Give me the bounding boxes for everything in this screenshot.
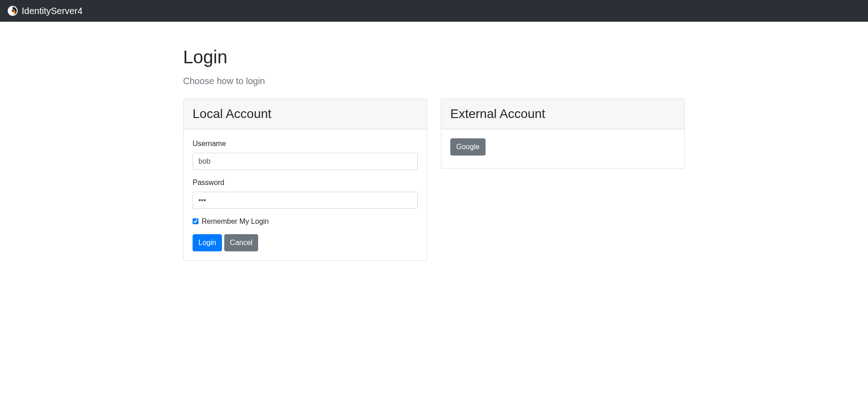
navbar-brand-link[interactable]: IdentityServer4 — [7, 4, 83, 18]
local-column: Local Account Username Password Remember… — [176, 99, 434, 268]
local-card-title: Local Account — [193, 104, 418, 123]
local-card-body: Username Password Remember My Login Logi… — [184, 129, 427, 260]
cancel-button[interactable]: Cancel — [224, 234, 259, 251]
external-card-body: Google — [441, 129, 684, 168]
page-title: Login — [183, 43, 685, 71]
remember-label[interactable]: Remember My Login — [202, 217, 269, 225]
password-input[interactable] — [193, 192, 418, 209]
remember-group: Remember My Login — [193, 216, 418, 227]
login-button[interactable]: Login — [193, 234, 222, 251]
external-providers-list: Google — [450, 138, 675, 156]
page-lead: Login Choose how to login — [183, 43, 685, 88]
external-column: External Account Google — [434, 99, 692, 268]
external-card-header: External Account — [441, 99, 684, 129]
username-input[interactable] — [193, 153, 418, 170]
svg-point-1 — [12, 10, 14, 12]
external-card-title: External Account — [450, 104, 675, 123]
password-group: Password — [193, 177, 418, 209]
username-group: Username — [193, 138, 418, 170]
brand-icon — [7, 5, 18, 16]
external-provider-item: Google — [450, 138, 675, 156]
username-label: Username — [193, 138, 226, 149]
page-subtitle: Choose how to login — [183, 74, 685, 88]
main-container: Login Choose how to login Local Account … — [176, 43, 692, 268]
remember-checkbox[interactable] — [193, 218, 198, 224]
external-account-card: External Account Google — [441, 99, 685, 169]
local-card-header: Local Account — [184, 99, 427, 129]
login-row: Local Account Username Password Remember… — [176, 99, 692, 268]
external-provider-google-button[interactable]: Google — [450, 138, 486, 156]
brand-text: IdentityServer4 — [22, 4, 83, 18]
local-account-card: Local Account Username Password Remember… — [183, 99, 427, 261]
navbar: IdentityServer4 — [0, 0, 868, 22]
password-label: Password — [193, 177, 224, 188]
